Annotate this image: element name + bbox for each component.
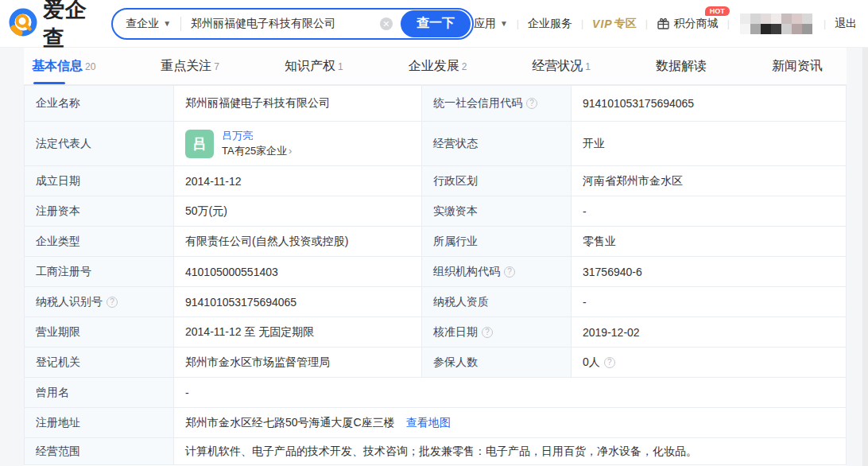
tab-label: 企业发展 [409, 58, 459, 75]
field-value-taxpayer-id: 914101053175694065 [174, 287, 422, 317]
avatar[interactable]: 吕 [185, 130, 214, 158]
search-button[interactable]: 查一下 [401, 10, 471, 37]
company-detail-card: 基本信息 20 重点关注 7 知识产权 1 企业发展 2 经营状况 1 数据解读… [24, 48, 847, 466]
clear-search-icon[interactable]: ✕ [380, 17, 393, 30]
tab-basic-info[interactable]: 基本信息 20 [32, 48, 95, 84]
field-value-industry: 零售业 [572, 227, 846, 257]
field-value-admin-division: 河南省郑州市金水区 [572, 166, 846, 196]
field-value-paid-in-capital: - [572, 196, 846, 227]
points-mall-label: 积分商城 [674, 17, 719, 31]
field-label-paid-in-capital: 实缴资本 [422, 196, 572, 227]
tab-operating-status[interactable]: 经营状况 1 [532, 48, 591, 84]
chevron-down-icon: ▼ [163, 19, 171, 28]
chevron-right-icon: › [289, 145, 292, 157]
field-value-business-status: 开业 [572, 122, 846, 166]
field-value-legal-representative: 吕 吕万亮 TA有25家企业› [174, 122, 422, 166]
basic-info-table: 企业名称 郑州丽福健电子科技有限公司 统一社会信用代码 914101053175… [24, 85, 847, 465]
field-value-insured-persons: 0人 [572, 348, 846, 378]
nav-points-mall[interactable]: 积分商城 HOT [657, 17, 719, 31]
nav-enterprise-services[interactable]: 企业服务 [528, 17, 572, 31]
tab-data-interpretation[interactable]: 数据解读 [656, 48, 707, 84]
help-icon[interactable] [482, 327, 493, 338]
view-map-link[interactable]: 查看地图 [406, 416, 451, 430]
tab-label: 数据解读 [656, 58, 707, 75]
nav-app-label: 应用 [474, 17, 496, 31]
search-box: 查企业 ▼ ✕ 查一下 [111, 8, 474, 40]
tab-news[interactable]: 新闻资讯 [772, 48, 823, 84]
search-category-dropdown[interactable]: 查企业 ▼ [126, 17, 171, 31]
chevron-down-icon: ▼ [500, 19, 508, 28]
scrollbar[interactable] [862, 48, 868, 466]
field-value-credit-code: 914101053175694065 [572, 86, 846, 122]
tab-label: 新闻资讯 [772, 58, 823, 75]
tab-count: 7 [214, 61, 219, 72]
legal-representative: 吕 吕万亮 TA有25家企业› [185, 129, 292, 159]
label-text: 核准日期 [433, 325, 478, 340]
address-text: 郑州市金水区经七路50号海通大厦C座三楼 [185, 416, 395, 430]
aiqicha-logo[interactable]: 爱企查 [8, 0, 100, 52]
field-label-legal-representative: 法定代表人 [25, 122, 174, 166]
aiqicha-logo-icon [8, 7, 38, 41]
field-value-approval-date: 2019-12-02 [572, 317, 846, 348]
help-icon[interactable] [604, 357, 615, 368]
tab-label: 重点关注 [161, 58, 211, 75]
field-value-establish-date: 2014-11-12 [174, 166, 422, 196]
field-value-registered-address: 郑州市金水区经七路50号海通大厦C座三楼 查看地图 [174, 408, 846, 438]
person-info: 吕万亮 TA有25家企业› [222, 129, 292, 159]
tab-count: 2 [462, 61, 467, 72]
field-label-business-term: 营业期限 [25, 317, 174, 348]
hot-badge: HOT [705, 6, 730, 16]
divider: | [581, 18, 583, 29]
field-value-registration-authority: 郑州市金水区市场监督管理局 [174, 348, 422, 378]
field-value-taxpayer-qualification: - [572, 287, 846, 317]
nav-logout[interactable]: 退出 [835, 17, 857, 31]
nav-app[interactable]: 应用 ▼ [474, 17, 508, 31]
help-icon[interactable] [107, 297, 118, 308]
nav-vip-zone[interactable]: VIP 专区 [592, 17, 637, 31]
divider: | [517, 18, 519, 29]
field-label-organization-code: 组织机构代码 [422, 257, 572, 287]
vip-label-cn: 专区 [614, 17, 637, 31]
help-icon[interactable] [526, 98, 537, 109]
gift-icon [657, 17, 670, 30]
divider [180, 17, 181, 31]
field-label-taxpayer-id: 纳税人识别号 [25, 287, 174, 317]
field-label-credit-code: 统一社会信用代码 [422, 86, 572, 122]
field-value-business-scope: 计算机软件、电子产品的技术开发、技术咨询；批发兼零售：电子产品，日用百货，净水设… [174, 438, 846, 465]
field-label-registration-authority: 登记机关 [25, 348, 174, 378]
field-label-taxpayer-qualification: 纳税人资质 [422, 287, 572, 317]
tab-intellectual-property[interactable]: 知识产权 1 [285, 48, 343, 84]
field-value-former-name: - [174, 378, 846, 408]
field-label-business-scope: 经营范围 [25, 438, 174, 465]
search-category-label: 查企业 [126, 17, 159, 31]
tab-label: 经营状况 [532, 58, 583, 75]
logo-text: 爱企查 [43, 0, 100, 52]
field-value-company-type: 有限责任公司(自然人投资或控股) [174, 227, 422, 257]
divider: | [727, 18, 730, 29]
top-header: 爱企查 查企业 ▼ ✕ 查一下 应用 ▼ | 企业服务 | VIP 专区 | [0, 0, 868, 48]
tab-key-focus[interactable]: 重点关注 7 [161, 48, 219, 84]
divider: | [823, 18, 826, 29]
field-value-registered-capital: 50万(元) [174, 196, 422, 227]
top-nav: 应用 ▼ | 企业服务 | VIP 专区 | 积分商城 HOT | [474, 13, 857, 35]
field-label-establish-date: 成立日期 [25, 166, 174, 196]
field-label-admin-division: 行政区划 [422, 166, 572, 196]
field-label-insured-persons: 参保人数 [422, 348, 572, 378]
search-input[interactable] [191, 17, 372, 30]
tab-bar: 基本信息 20 重点关注 7 知识产权 1 企业发展 2 经营状况 1 数据解读… [24, 48, 847, 85]
tab-label: 知识产权 [285, 58, 335, 75]
field-label-company-name: 企业名称 [25, 86, 174, 122]
field-label-registered-address: 注册地址 [25, 408, 174, 438]
person-companies-text: TA有25家企业 [222, 145, 287, 157]
field-label-registered-capital: 注册资本 [25, 196, 174, 227]
tab-count: 20 [85, 61, 95, 72]
value-text: 0人 [583, 355, 600, 370]
tab-company-development[interactable]: 企业发展 2 [409, 48, 467, 84]
help-icon[interactable] [504, 266, 515, 278]
field-label-approval-date: 核准日期 [422, 317, 572, 348]
person-companies-link[interactable]: TA有25家企业› [222, 145, 292, 157]
censored-username[interactable] [740, 13, 813, 35]
person-name-link[interactable]: 吕万亮 [222, 129, 292, 144]
field-value-organization-code: 31756940-6 [572, 257, 846, 287]
label-text: 组织机构代码 [433, 265, 500, 279]
